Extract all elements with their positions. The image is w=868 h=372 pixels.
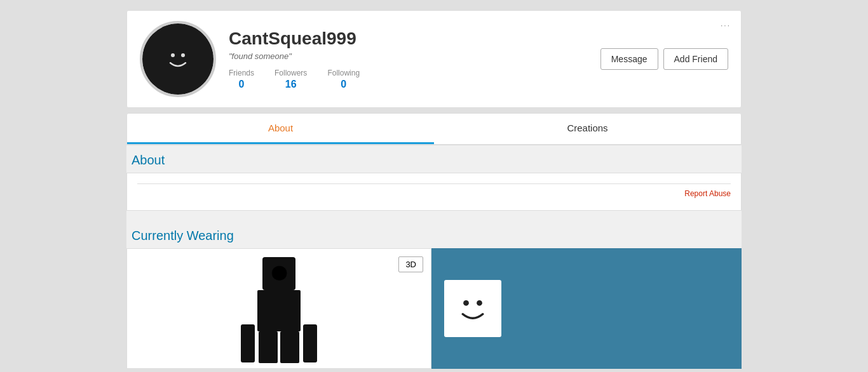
- profile-info: CantSqueal999 "found someone" Friends 0 …: [229, 29, 600, 90]
- tabs-container: About Creations: [126, 113, 742, 145]
- more-options-icon[interactable]: ···: [721, 21, 731, 30]
- svg-point-0: [171, 53, 175, 57]
- tabs-row: About Creations: [127, 114, 741, 145]
- roblox-character: [228, 257, 330, 368]
- stat-following: Following 0: [327, 69, 360, 90]
- svg-point-4: [477, 300, 482, 306]
- content-area: About Report Abuse Currently Wearing 3D: [126, 145, 742, 369]
- about-box: Report Abuse: [126, 173, 742, 211]
- report-abuse-link[interactable]: Report Abuse: [137, 189, 731, 198]
- wearing-item-thumbnail[interactable]: [444, 280, 501, 337]
- wearing-3d-panel: 3D: [126, 248, 431, 369]
- about-section-heading: About: [126, 145, 742, 173]
- character-head: [262, 257, 295, 290]
- svg-rect-2: [451, 286, 495, 331]
- stat-friends: Friends 0: [229, 69, 254, 90]
- btn-3d[interactable]: 3D: [398, 256, 423, 272]
- profile-actions: Message Add Friend: [600, 48, 728, 70]
- svg-point-1: [181, 53, 185, 57]
- followers-label: Followers: [275, 69, 307, 77]
- about-divider: [137, 183, 731, 184]
- followers-value: 16: [285, 79, 297, 90]
- friends-label: Friends: [229, 69, 254, 77]
- profile-card: ··· CantSqueal999 "found someone" Friend…: [126, 10, 742, 108]
- item-smiley-svg: [451, 286, 495, 331]
- svg-point-3: [463, 300, 469, 306]
- currently-wearing-heading: Currently Wearing: [126, 221, 742, 248]
- profile-status: "found someone": [229, 51, 600, 61]
- following-value: 0: [341, 79, 346, 90]
- profile-username: CantSqueal999: [229, 29, 600, 49]
- tab-about[interactable]: About: [127, 114, 434, 144]
- avatar-figure: [142, 23, 214, 95]
- wearing-items-panel: [431, 248, 742, 369]
- message-button[interactable]: Message: [600, 48, 658, 70]
- avatar-face-svg: [159, 40, 197, 78]
- tab-creations[interactable]: Creations: [434, 114, 741, 144]
- add-friend-button[interactable]: Add Friend: [663, 48, 728, 70]
- profile-stats: Friends 0 Followers 16 Following 0: [229, 69, 600, 90]
- stat-followers: Followers 16: [275, 69, 307, 90]
- avatar: [140, 21, 216, 97]
- wearing-grid: 3D: [126, 248, 742, 369]
- following-label: Following: [327, 69, 360, 77]
- friends-value: 0: [239, 79, 245, 90]
- character-left-arm: [241, 324, 255, 362]
- character-right-arm: [303, 324, 317, 362]
- character-torso: [257, 290, 301, 331]
- currently-wearing-section: Currently Wearing 3D: [126, 221, 742, 369]
